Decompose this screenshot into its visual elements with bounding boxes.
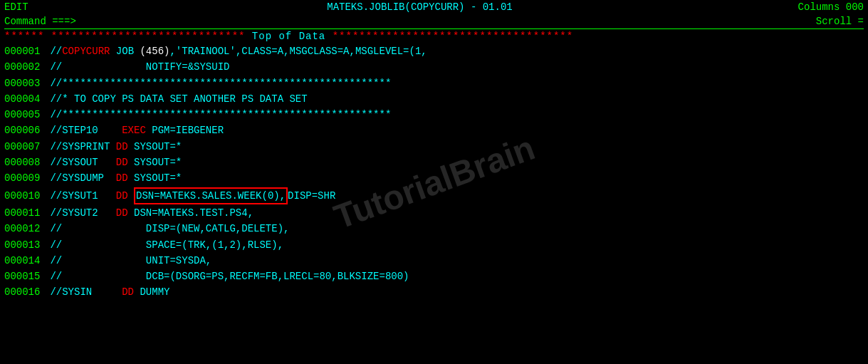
code-2: // NOTIFY=&SYSUID [44,60,229,74]
header-title: MATEKS.JOBLIB(COPYCURR) - 01.01 [61,1,778,13]
code-line-12: 000012 // DISP=(NEW,CATLG,DELETE), [4,221,864,236]
code-line-13: 000013 // SPACE=(TRK,(1,2),RLSE), [4,237,864,253]
line-num-14: 000014 [4,254,44,268]
code-1-job: JOB [110,44,140,58]
main-screen: TutorialBrain EDIT MATEKS.JOBLIB(COPYCUR… [0,0,868,364]
line-num-7: 000007 [4,140,44,154]
code-10-space [128,189,134,203]
scroll-label: Scroll = [816,16,864,27]
code-7-dd: //SYSPRINT [44,140,116,154]
line-num-5: 000005 [4,108,44,122]
code-line-5: 000005 //*******************************… [4,107,864,123]
code-1-paren: (456) [140,44,169,58]
code-6-pgm: PGM=IEBGENER [146,123,224,137]
header-columns: Columns 000 [778,1,864,13]
code-7-dd-kw: DD [116,140,128,154]
top-of-data-line: ****** ***************************** Top… [0,29,868,43]
line-num-1: 000001 [4,44,44,58]
code-1-rest: ,'TRAINOOL',CLASS=A,MSGCLASS=A,MSGLEVEL=… [169,44,427,58]
code-line-15: 000015 // DCB=(DSORG=PS,RECFM=FB,LRECL=8… [4,269,864,284]
code-6-slash: //STEP10 [44,123,122,137]
stars-right: ************************************ [333,31,573,42]
line-num-15: 000015 [4,269,44,284]
code-16-dd-kw: DD [122,285,134,299]
code-14: // UNIT=SYSDA, [44,254,211,268]
code-line-8: 000008 //SYSOUT DD SYSOUT=* [4,155,864,170]
code-7-sysout: SYSOUT=* [128,140,182,154]
line-num-3: 000003 [4,76,44,90]
line-num-10: 000010 [4,189,44,203]
line-num-16: 000016 [4,285,44,299]
code-line-10: 000010 //SYSUT1 DD DSN=MATEKS.SALES.WEEK… [4,187,864,205]
stars-left: ****** ***************************** [4,31,245,42]
code-line-4: 000004 //* TO COPY PS DATA SET ANOTHER P… [4,91,864,107]
code-10-disp: DISP=SHR [288,189,335,203]
line-num-9: 000009 [4,171,44,185]
code-10-sysut1: //SYSUT1 [44,189,116,203]
code-16-sysin: //SYSIN [44,285,122,299]
code-16-dummy: DUMMY [134,285,169,299]
line-num-13: 000013 [4,238,44,252]
code-3: //**************************************… [44,76,391,90]
code-10-dsn-highlighted: DSN=MATEKS.SALES.WEEK(0), [134,187,288,204]
code-4: //* TO COPY PS DATA SET ANOTHER PS DATA … [44,92,308,106]
code-line-7: 000007 //SYSPRINT DD SYSOUT=* [4,139,864,155]
top-of-data-label: Top of Data [252,31,333,42]
code-12: // DISP=(NEW,CATLG,DELETE), [44,222,289,236]
code-5: //**************************************… [44,108,391,122]
line-num-6: 000006 [4,123,44,137]
code-1-copycurr: COPYCURR [62,44,110,58]
code-1-slash: // [44,44,62,58]
code-9-dd: //SYSDUMP [44,171,116,185]
line-num-2: 000002 [4,60,44,74]
command-label: Command ===> [4,16,76,27]
code-8-sysout: SYSOUT=* [128,155,182,170]
code-line-2: 000002 // NOTIFY=&SYSUID [4,59,864,75]
code-10-dd-kw: DD [116,189,128,203]
code-11-dd-kw: DD [116,206,128,220]
code-line-1: 000001 //COPYCURR JOB (456),'TRAINOOL',C… [4,43,864,59]
line-num-4: 000004 [4,92,44,106]
header-bar: EDIT MATEKS.JOBLIB(COPYCURR) - 01.01 Col… [0,0,868,14]
line-num-11: 000011 [4,206,44,220]
code-13: // SPACE=(TRK,(1,2),RLSE), [44,238,283,252]
line-num-8: 000008 [4,155,44,170]
code-11-sysut2: //SYSUT2 [44,206,116,220]
line-num-12: 000012 [4,222,44,236]
code-8-dd-kw: DD [116,155,128,170]
code-8-dd: //SYSOUT [44,155,116,170]
code-15: // DCB=(DSORG=PS,RECFM=FB,LRECL=80,BLKSI… [44,269,409,284]
code-line-9: 000009 //SYSDUMP DD SYSOUT=* [4,170,864,186]
header-edit-label: EDIT [4,1,61,13]
code-line-3: 000003 //*******************************… [4,76,864,91]
code-9-sysout: SYSOUT=* [128,171,182,185]
code-line-14: 000014 // UNIT=SYSDA, [4,253,864,269]
code-line-6: 000006 //STEP10 EXEC PGM=IEBGENER [4,123,864,138]
code-6-exec: EXEC [122,123,146,137]
code-9-dd-kw: DD [116,171,128,185]
code-line-11: 000011 //SYSUT2 DD DSN=MATEKS.TEST.PS4, [4,205,864,221]
code-area: 000001 //COPYCURR JOB (456),'TRAINOOL',C… [0,43,868,301]
command-bar: Command ===> Scroll = [0,14,868,28]
code-line-16: 000016 //SYSIN DD DUMMY [4,284,864,300]
code-11-dsn: DSN=MATEKS.TEST.PS4, [128,206,253,220]
